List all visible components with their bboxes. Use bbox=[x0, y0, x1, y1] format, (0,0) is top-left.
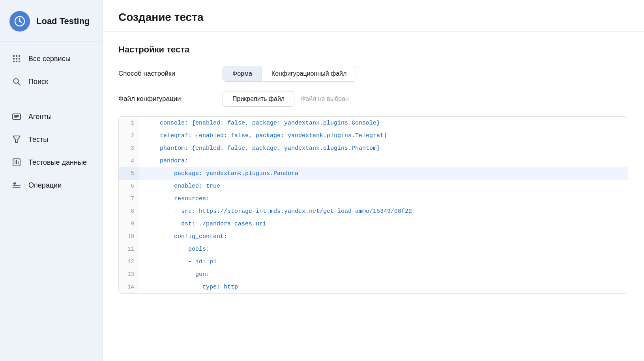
line-number: 3 bbox=[119, 142, 139, 154]
line-content: console: {enabled: false, package: yande… bbox=[139, 117, 386, 129]
grid-icon bbox=[11, 53, 22, 64]
line-content: dst: ./pandora_cases.uri bbox=[139, 218, 273, 230]
line-number: 8 bbox=[119, 205, 139, 218]
code-line: 7 resources: bbox=[119, 192, 628, 205]
app-logo[interactable] bbox=[9, 11, 30, 32]
line-number: 6 bbox=[119, 180, 139, 192]
code-line: 11 pools: bbox=[119, 243, 628, 255]
code-lines-container: 1 console: {enabled: false, package: yan… bbox=[119, 117, 628, 293]
line-content: pools: bbox=[139, 243, 216, 255]
config-method-label: Способ настройки bbox=[118, 70, 213, 78]
svg-point-11 bbox=[14, 79, 19, 84]
svg-point-9 bbox=[16, 61, 17, 62]
toggle-form-btn[interactable]: Форма bbox=[223, 66, 262, 81]
line-content: pandora: bbox=[139, 154, 195, 167]
code-line: 14 type: http bbox=[119, 281, 628, 293]
code-line: 1 console: {enabled: false, package: yan… bbox=[119, 117, 628, 129]
sidebar-item-all-services[interactable]: Все сервисы bbox=[5, 48, 97, 70]
line-number: 12 bbox=[119, 255, 139, 268]
tests-icon bbox=[11, 134, 22, 145]
config-method-row: Способ настройки Форма Конфигурационный … bbox=[118, 66, 628, 82]
sidebar-top-divider bbox=[0, 41, 102, 41]
file-section: Прикрепить файл Файл не выбран bbox=[223, 91, 349, 107]
line-number: 2 bbox=[119, 129, 139, 142]
sidebar-main-nav: Агенты Тесты Тестовые данные bbox=[0, 102, 102, 199]
all-services-label: Все сервисы bbox=[28, 55, 71, 63]
code-line: 10 config_content: bbox=[119, 230, 628, 243]
line-number: 10 bbox=[119, 230, 139, 243]
code-line: 9 dst: ./pandora_cases.uri bbox=[119, 218, 628, 230]
config-file-label: Файл конфигурации bbox=[118, 95, 213, 103]
app-title: Load Testing bbox=[36, 16, 90, 26]
line-number: 11 bbox=[119, 243, 139, 255]
line-content: phantom: {enabled: false, package: yande… bbox=[139, 142, 386, 154]
main-content-area: Создание теста Настройки теста Способ на… bbox=[103, 0, 644, 361]
svg-point-3 bbox=[16, 55, 17, 57]
sidebar-section-divider bbox=[5, 99, 97, 99]
line-content: - src: https://storage-int.mds.yandex.ne… bbox=[139, 205, 418, 218]
svg-point-1 bbox=[19, 20, 21, 22]
agents-icon bbox=[11, 111, 22, 122]
code-line: 5 package: yandextank.plugins.Pandora bbox=[119, 167, 628, 180]
page-title: Создание теста bbox=[118, 11, 628, 24]
line-content: gun: bbox=[139, 268, 216, 281]
line-content: config_content: bbox=[139, 230, 234, 243]
code-line: 2 telegraf: {enabled: false, package: ya… bbox=[119, 129, 628, 142]
config-method-toggle: Форма Конфигурационный файл bbox=[223, 66, 356, 82]
code-line: 3 phantom: {enabled: false, package: yan… bbox=[119, 142, 628, 154]
svg-line-12 bbox=[18, 83, 21, 86]
code-line: 8 - src: https://storage-int.mds.yandex.… bbox=[119, 205, 628, 218]
line-number: 5 bbox=[119, 167, 139, 180]
sidebar-header: Load Testing bbox=[0, 0, 102, 41]
toggle-config-file-btn[interactable]: Конфигурационный файл bbox=[262, 66, 356, 81]
sidebar-item-test-data[interactable]: Тестовые данные bbox=[5, 151, 97, 173]
tests-label: Тесты bbox=[28, 136, 48, 144]
svg-point-10 bbox=[19, 61, 20, 62]
search-label: Поиск bbox=[28, 78, 48, 86]
line-number: 13 bbox=[119, 268, 139, 281]
sidebar: Load Testing Все сервисы bbox=[0, 0, 103, 361]
test-data-label: Тестовые данные bbox=[28, 158, 87, 167]
line-content: - id: p1 bbox=[139, 255, 223, 268]
line-content: enabled: true bbox=[139, 180, 227, 192]
sidebar-item-operations[interactable]: Операции bbox=[5, 174, 97, 196]
line-number: 9 bbox=[119, 218, 139, 230]
search-icon bbox=[11, 76, 22, 87]
section-title: Настройки теста bbox=[118, 45, 628, 55]
sidebar-top-nav: Все сервисы Поиск bbox=[0, 45, 102, 96]
config-file-row: Файл конфигурации Прикрепить файл Файл н… bbox=[118, 91, 628, 107]
agents-label: Агенты bbox=[28, 113, 52, 121]
code-line: 4 pandora: bbox=[119, 154, 628, 167]
svg-point-7 bbox=[19, 58, 20, 60]
line-number: 14 bbox=[119, 281, 139, 293]
test-data-icon bbox=[11, 157, 22, 168]
sidebar-item-agents[interactable]: Агенты bbox=[5, 106, 97, 128]
operations-icon bbox=[11, 180, 22, 191]
sidebar-item-search[interactable]: Поиск bbox=[5, 71, 97, 93]
line-number: 1 bbox=[119, 117, 139, 129]
code-line: 6 enabled: true bbox=[119, 180, 628, 192]
main-content: Настройки теста Способ настройки Форма К… bbox=[103, 32, 644, 361]
svg-point-2 bbox=[13, 55, 15, 57]
attach-file-button[interactable]: Прикрепить файл bbox=[223, 91, 294, 107]
svg-point-8 bbox=[13, 61, 15, 62]
code-line: 13 gun: bbox=[119, 268, 628, 281]
line-content: telegraf: {enabled: false, package: yand… bbox=[139, 129, 393, 142]
code-editor[interactable]: 1 console: {enabled: false, package: yan… bbox=[118, 116, 628, 294]
svg-point-6 bbox=[16, 58, 17, 60]
line-content: resources: bbox=[139, 192, 216, 205]
operations-label: Операции bbox=[28, 181, 62, 190]
sidebar-item-tests[interactable]: Тесты bbox=[5, 128, 97, 151]
file-name-placeholder: Файл не выбран bbox=[301, 95, 349, 102]
svg-point-4 bbox=[19, 55, 20, 57]
line-number: 4 bbox=[119, 154, 139, 167]
svg-point-5 bbox=[13, 58, 15, 60]
main-header: Создание теста bbox=[103, 0, 644, 32]
line-content: type: http bbox=[139, 281, 244, 293]
code-line: 12 - id: p1 bbox=[119, 255, 628, 268]
line-content: package: yandextank.plugins.Pandora bbox=[139, 167, 305, 180]
line-number: 7 bbox=[119, 192, 139, 205]
